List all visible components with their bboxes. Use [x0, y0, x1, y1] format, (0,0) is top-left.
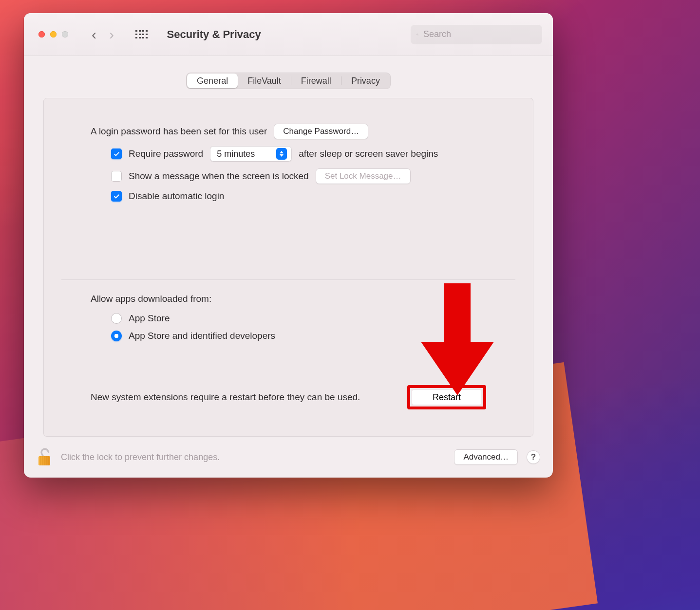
window-title: Security & Privacy: [167, 28, 261, 41]
system-preferences-window: ‹ › Security & Privacy General FileVault…: [24, 13, 553, 478]
gatekeeper-identified-radio[interactable]: [111, 331, 122, 341]
close-window-icon[interactable]: [38, 31, 45, 37]
checkmark-icon: [113, 150, 120, 158]
gatekeeper-app-store-label: App Store: [129, 313, 170, 324]
tabs: General FileVault Firewall Privacy: [186, 73, 391, 89]
tab-firewall[interactable]: Firewall: [291, 74, 341, 88]
require-password-label-pre: Require password: [129, 148, 203, 159]
lock-icon[interactable]: [37, 447, 52, 467]
nav-controls: ‹ ›: [92, 27, 148, 42]
show-message-checkbox[interactable]: [111, 171, 122, 182]
extensions-message: New system extensions require a restart …: [91, 392, 360, 403]
tab-privacy[interactable]: Privacy: [341, 74, 390, 88]
disable-auto-login-checkbox[interactable]: [111, 191, 122, 202]
checkmark-icon: [113, 193, 120, 200]
help-button[interactable]: ?: [527, 450, 540, 464]
back-icon[interactable]: ‹: [92, 27, 96, 42]
search-icon: [416, 30, 418, 39]
annotation-arrow-icon: [421, 283, 494, 400]
search-field[interactable]: [411, 25, 542, 44]
stepper-icon: [276, 148, 287, 160]
gatekeeper-app-store-radio[interactable]: [111, 313, 122, 324]
minimize-window-icon[interactable]: [50, 31, 57, 37]
require-password-delay-select[interactable]: 5 minutes: [210, 146, 292, 162]
tab-general[interactable]: General: [187, 74, 238, 88]
zoom-window-icon: [62, 31, 68, 37]
tab-filevault[interactable]: FileVault: [238, 74, 291, 88]
search-input[interactable]: [423, 29, 536, 39]
window-controls: [38, 31, 68, 37]
advanced-button[interactable]: Advanced…: [454, 449, 518, 465]
set-lock-message-button: Set Lock Message…: [316, 168, 411, 184]
require-password-delay-value: 5 minutes: [217, 149, 255, 159]
require-password-label-post: after sleep or screen saver begins: [299, 148, 438, 159]
show-message-label: Show a message when the screen is locked: [129, 171, 309, 182]
require-password-checkbox[interactable]: [111, 148, 122, 159]
lock-help-text: Click the lock to prevent further change…: [61, 452, 220, 462]
settings-panel: A login password has been set for this u…: [43, 98, 533, 437]
divider: [61, 279, 515, 280]
change-password-button[interactable]: Change Password…: [274, 124, 368, 139]
show-all-icon[interactable]: [135, 30, 148, 39]
login-password-label: A login password has been set for this u…: [91, 126, 267, 137]
forward-icon: ›: [109, 27, 114, 42]
titlebar: ‹ › Security & Privacy: [24, 13, 553, 56]
gatekeeper-identified-label: App Store and identified developers: [129, 331, 275, 341]
disable-auto-login-label: Disable automatic login: [129, 191, 224, 202]
